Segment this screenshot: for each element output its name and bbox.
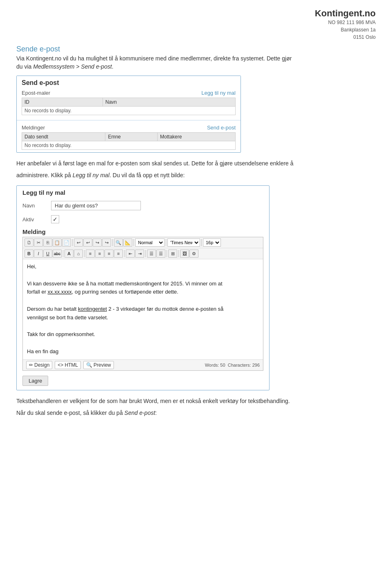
tb-strike-btn[interactable]: abc xyxy=(53,249,62,258)
tb-bold-btn[interactable]: B xyxy=(24,249,33,258)
content-line7: vennligst se bort fra dette varselet. xyxy=(27,314,259,322)
tb-special-btn[interactable]: ⚙ xyxy=(189,249,198,258)
font-select[interactable]: 'Times New ... xyxy=(167,238,200,247)
epost-maler-label: Epost-maler xyxy=(22,90,50,96)
tb-sep2 xyxy=(112,239,113,246)
tb-undo2-icon[interactable]: ↩ xyxy=(83,238,92,247)
tab-preview[interactable]: 🔍 Preview xyxy=(83,361,114,369)
lagre-button[interactable]: Lagre xyxy=(22,376,48,386)
meldinger-label: Meldinger xyxy=(22,125,45,131)
tb-list-ol-btn[interactable]: ☰ xyxy=(147,249,156,258)
tb-paste-icon[interactable]: 📋 xyxy=(53,238,62,247)
legg-til-panel: Legg til ny mal Navn Aktiv ✓ Melding 🗋 ✂… xyxy=(16,185,270,390)
table-row: No records to display. xyxy=(22,107,236,115)
content-line11: Ha en fin dag xyxy=(27,347,259,356)
tb-align-right-btn[interactable]: ≡ xyxy=(105,249,114,258)
content-line3: Vi kan dessverre ikke se å ha mottatt me… xyxy=(27,280,259,288)
content-line6: Dersom du har betalt kontingentet 2 - 3 … xyxy=(27,305,259,314)
tb-sep6 xyxy=(63,250,63,257)
panel2-header: Legg til ny mal xyxy=(17,186,269,198)
underline-kontingent: kontingentet xyxy=(78,306,107,312)
panel-header: Send e-post xyxy=(17,76,241,88)
meldinger-table: Dato sendt Emne Mottakere No records to … xyxy=(22,132,236,150)
editor-content[interactable]: Hei, Vi kan dessverre ikke se å ha motta… xyxy=(23,259,263,359)
code-icon: <> xyxy=(58,362,63,368)
tb-find-icon[interactable]: 🔍 xyxy=(114,238,123,247)
col-id: ID xyxy=(22,98,103,107)
tb-spell-icon[interactable]: 📐 xyxy=(123,238,132,247)
header-logo: Kontingent.no NO 982 111 986 MVA Bankpla… xyxy=(16,8,376,41)
tb-image-btn[interactable]: 🖼 xyxy=(180,249,189,258)
pencil-icon: ✏ xyxy=(29,362,33,368)
words-chars: Words: 50 Characters: 296 xyxy=(205,363,260,368)
tb-align-left-btn[interactable]: ≡ xyxy=(86,249,95,258)
tb-copy-icon[interactable]: ⎘ xyxy=(43,238,52,247)
tb-sep11 xyxy=(178,250,179,257)
editor-toolbar2: B I U abc A ⌂ ≡ ≡ ≡ ≡ ⇤ ⇥ ☰ ☰ ⊞ xyxy=(23,248,263,259)
epost-maler-header: Epost-maler Legg til ny mal xyxy=(22,90,236,96)
content-line10 xyxy=(27,339,259,347)
no-records-1: No records to display. xyxy=(22,107,236,115)
table-row: No records to display. xyxy=(22,141,236,150)
tb-redo2-icon[interactable]: ↪ xyxy=(102,238,111,247)
meldinger-section: Meldinger Send e-post Dato sendt Emne Mo… xyxy=(17,123,241,152)
send-epost-panel: Send e-post Epost-maler Legg til ny mal … xyxy=(16,76,241,153)
content-line4: forfall er xx.xx.xxxx, og purring sendes… xyxy=(27,288,259,296)
aktiv-label: Aktiv xyxy=(22,216,51,223)
tb-cut-icon[interactable]: ✂ xyxy=(34,238,43,247)
tb-italic-btn[interactable]: I xyxy=(34,249,43,258)
content-line1: Hei, xyxy=(27,263,259,271)
size-select[interactable]: 16px xyxy=(203,238,221,247)
navn-label: Navn xyxy=(22,203,51,209)
tb-align-center-btn[interactable]: ≡ xyxy=(95,249,104,258)
tb-sep3 xyxy=(134,239,134,246)
tb-sep5 xyxy=(201,239,202,246)
epost-maler-table: ID Navn No records to display. xyxy=(22,98,236,115)
navn-row: Navn xyxy=(17,198,269,213)
tab-design[interactable]: ✏ Design xyxy=(26,361,52,369)
aktiv-checkbox[interactable]: ✓ xyxy=(51,215,59,223)
editor-container: 🗋 ✂ ⎘ 📋 📄 ↩ ↩ ↪ ↪ 🔍 📐 Normal 'Ti xyxy=(22,237,263,371)
tb-new-icon[interactable]: 🗋 xyxy=(24,238,33,247)
tb-indent-more-btn[interactable]: ⇥ xyxy=(135,249,144,258)
legg-til-ny-mal-link[interactable]: Legg til ny mal xyxy=(201,90,236,96)
preview-icon: 🔍 xyxy=(86,362,92,368)
editor-toolbar1: 🗋 ✂ ⎘ 📋 📄 ↩ ↩ ↪ ↪ 🔍 📐 Normal 'Ti xyxy=(23,237,263,248)
closing-text-1: Tekstbehandleren er velkjent for de som … xyxy=(16,397,376,405)
tab-html[interactable]: <> HTML xyxy=(55,361,81,369)
tb-undo-icon[interactable]: ↩ xyxy=(74,238,83,247)
navn-input[interactable] xyxy=(51,201,141,210)
panel-divider xyxy=(17,120,241,120)
tb-underline-btn[interactable]: U xyxy=(43,249,52,258)
col-dato: Dato sendt xyxy=(22,133,105,141)
body-text-2: administrere. Klikk på Legg til ny mal. … xyxy=(16,171,376,180)
footer-tabs: ✏ Design <> HTML 🔍 Preview xyxy=(26,361,114,369)
tb-sep10 xyxy=(167,250,167,257)
tb-sep1 xyxy=(72,239,73,246)
melding-label: Melding xyxy=(22,228,263,235)
tb-indent-less-btn[interactable]: ⇤ xyxy=(126,249,135,258)
underline-date: xx.xx.xxxx xyxy=(48,289,72,295)
intro-text-2: du via Medlemssystem > Send e-post. xyxy=(16,63,376,70)
col-mottakere: Mottakere xyxy=(158,133,236,141)
tb-paste2-icon[interactable]: 📄 xyxy=(62,238,71,247)
tb-sep9 xyxy=(145,250,146,257)
body-text-1: Her anbefaler vi å først lage en mal for… xyxy=(16,159,376,168)
style-select[interactable]: Normal xyxy=(135,238,165,247)
tb-sep8 xyxy=(124,250,125,257)
closing-text-2: Når du skal sende e-post, så klikker du … xyxy=(16,409,376,417)
tb-redo-icon[interactable]: ↪ xyxy=(93,238,102,247)
melding-section: Melding 🗋 ✂ ⎘ 📋 📄 ↩ ↩ ↪ ↪ 🔍 📐 Normal xyxy=(17,226,269,372)
content-line9: Takk for din oppmerksomhet. xyxy=(27,330,259,339)
logo-subtitle: NO 982 111 986 MVA Bankplassen 1a 0151 O… xyxy=(16,19,376,41)
tb-sep4 xyxy=(166,239,166,246)
tb-table-btn[interactable]: ⊞ xyxy=(168,249,177,258)
tb-color-btn[interactable]: A xyxy=(65,249,74,258)
intro-text-1: Via Kontingent.no vil du ha mulighet til… xyxy=(16,55,376,62)
tb-list-ul-btn[interactable]: ☰ xyxy=(156,249,165,258)
tb-align-justify-btn[interactable]: ≡ xyxy=(114,249,123,258)
tb-highlight-btn[interactable]: ⌂ xyxy=(74,249,83,258)
aktiv-row: Aktiv ✓ xyxy=(17,213,269,226)
content-line8 xyxy=(27,322,259,331)
send-epost-link[interactable]: Send e-post xyxy=(207,125,236,131)
